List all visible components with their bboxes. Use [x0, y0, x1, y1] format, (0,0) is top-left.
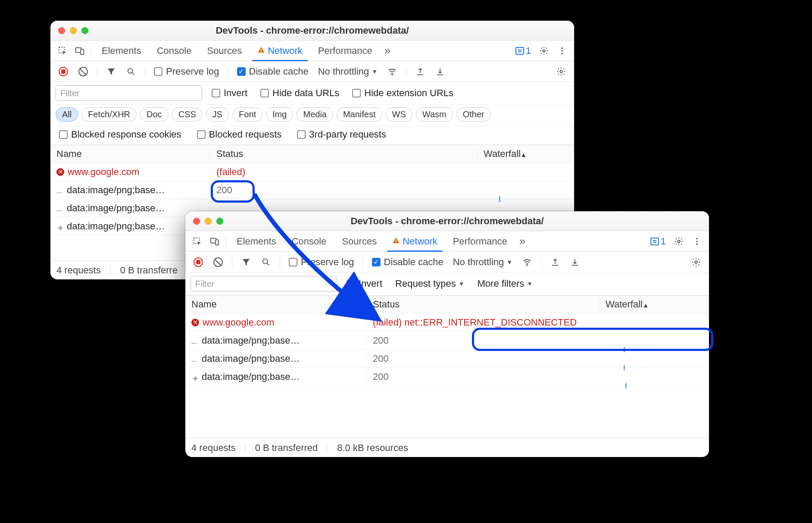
more-tabs-button[interactable]: » — [380, 44, 395, 57]
device-toolbar-icon[interactable] — [71, 42, 88, 60]
throttling-select[interactable]: No throttling▼ — [315, 66, 381, 77]
chip-font[interactable]: Font — [232, 107, 262, 122]
filter-input[interactable]: Filter — [191, 276, 337, 291]
column-status[interactable]: Status — [366, 299, 599, 310]
chip-manifest[interactable]: Manifest — [337, 107, 382, 122]
chip-js[interactable]: JS — [206, 107, 229, 122]
window-title: DevTools - chrome-error://chromewebdata/ — [185, 216, 709, 227]
clear-button[interactable] — [75, 63, 92, 80]
more-options-icon[interactable] — [688, 233, 706, 250]
table-row[interactable]: ✕www.google.com (failed) — [50, 163, 574, 181]
invert-checkbox[interactable]: Invert — [343, 278, 386, 289]
tab-network[interactable]: Network — [250, 41, 310, 61]
record-button[interactable] — [190, 254, 207, 271]
column-waterfall[interactable]: Waterfall▲ — [477, 148, 574, 160]
table-header: Name Status Waterfall▲ — [185, 295, 709, 313]
settings-icon[interactable] — [670, 233, 687, 250]
close-window-button[interactable] — [193, 218, 200, 225]
issues-badge[interactable]: 1 — [647, 236, 669, 247]
tab-performance[interactable]: Performance — [445, 231, 515, 251]
more-filters-select[interactable]: More filters ▼ — [474, 278, 537, 289]
table-row[interactable]: –data:image/png;base… 200 — [185, 332, 709, 350]
separator — [327, 443, 328, 453]
chip-other[interactable]: Other — [456, 107, 491, 122]
network-settings-icon[interactable] — [687, 254, 705, 271]
filter-row: Filter Invert Hide data URLs Hide extens… — [50, 82, 574, 105]
column-status[interactable]: Status — [210, 148, 477, 160]
inspect-element-icon[interactable] — [54, 42, 71, 60]
svg-point-10 — [392, 74, 393, 75]
tab-network[interactable]: Network — [384, 231, 445, 251]
separator — [363, 257, 363, 268]
tab-sources[interactable]: Sources — [199, 41, 250, 61]
zoom-window-button[interactable] — [216, 218, 223, 225]
warning-icon — [392, 236, 400, 247]
status-requests: 4 requests — [56, 265, 101, 276]
upload-har-icon[interactable] — [412, 63, 429, 80]
settings-icon[interactable] — [535, 42, 553, 60]
request-types-select[interactable]: Request types ▼ — [392, 278, 468, 289]
tab-elements[interactable]: Elements — [229, 231, 284, 251]
blocked-cookies-checkbox[interactable]: Blocked response cookies — [56, 129, 185, 140]
column-name[interactable]: Name — [50, 148, 210, 160]
chip-media[interactable]: Media — [297, 107, 333, 122]
tab-console[interactable]: Console — [284, 231, 334, 251]
table-row[interactable]: –data:image/png;base… 200 — [185, 350, 709, 368]
download-har-icon[interactable] — [566, 254, 584, 271]
table-row[interactable]: –data:image/png;base… 200 — [50, 181, 574, 199]
upload-har-icon[interactable] — [547, 254, 564, 271]
chip-ws[interactable]: WS — [386, 107, 412, 122]
chip-doc[interactable]: Doc — [140, 107, 169, 122]
hide-data-urls-checkbox[interactable]: Hide data URLs — [257, 88, 343, 99]
chip-all[interactable]: All — [56, 107, 78, 122]
close-window-button[interactable] — [58, 27, 65, 34]
inspect-element-icon[interactable] — [189, 233, 206, 250]
table-row[interactable]: ✦data:image/png;base… 200 — [185, 368, 709, 386]
device-toolbar-icon[interactable] — [206, 233, 223, 250]
more-tabs-button[interactable]: » — [515, 235, 530, 248]
disable-cache-checkbox[interactable]: Disable cache — [234, 66, 312, 77]
tab-label: Network — [403, 236, 437, 247]
minimize-window-button[interactable] — [70, 27, 77, 34]
throttling-select[interactable]: No throttling▼ — [450, 257, 516, 268]
more-options-icon[interactable] — [553, 42, 571, 60]
chip-img[interactable]: Img — [266, 107, 293, 122]
placeholder-text: Filter — [60, 88, 79, 98]
hide-extension-urls-checkbox[interactable]: Hide extension URLs — [349, 88, 457, 99]
tab-console[interactable]: Console — [149, 41, 200, 61]
invert-checkbox[interactable]: Invert — [208, 88, 251, 99]
issues-badge[interactable]: 1 — [512, 45, 534, 56]
minimize-window-button[interactable] — [205, 218, 212, 225]
chip-fetch-xhr[interactable]: Fetch/XHR — [81, 107, 137, 122]
tab-performance[interactable]: Performance — [310, 41, 380, 61]
tab-sources[interactable]: Sources — [334, 231, 384, 251]
clear-button[interactable] — [209, 254, 227, 271]
blocked-requests-checkbox[interactable]: Blocked requests — [194, 129, 285, 140]
column-name[interactable]: Name — [185, 299, 366, 310]
search-icon[interactable] — [257, 254, 275, 271]
search-icon[interactable] — [122, 63, 140, 80]
table-row[interactable]: ✕www.google.com (failed) net::ERR_INTERN… — [185, 313, 709, 332]
devtools-window-2: DevTools - chrome-error://chromewebdata/… — [185, 211, 709, 457]
tab-elements[interactable]: Elements — [94, 41, 149, 61]
filter-toggle-icon[interactable] — [237, 254, 255, 271]
disable-cache-checkbox[interactable]: Disable cache — [369, 257, 447, 268]
preserve-log-checkbox[interactable]: Preserve log — [285, 257, 358, 268]
column-waterfall[interactable]: Waterfall▲ — [599, 299, 709, 310]
network-conditions-icon[interactable] — [384, 63, 401, 80]
preserve-log-checkbox[interactable]: Preserve log — [150, 66, 223, 77]
network-toolbar: Preserve log Disable cache No throttling… — [50, 61, 574, 82]
record-button[interactable] — [55, 63, 72, 80]
filter-input[interactable]: Filter — [56, 85, 202, 101]
download-har-icon[interactable] — [431, 63, 449, 80]
chip-css[interactable]: CSS — [172, 107, 203, 122]
network-conditions-icon[interactable] — [518, 254, 536, 271]
status-requests: 4 requests — [191, 442, 236, 454]
third-party-checkbox[interactable]: 3rd-party requests — [294, 129, 390, 140]
checkbox-label: Invert — [359, 278, 382, 289]
chip-wasm[interactable]: Wasm — [416, 107, 453, 122]
filter-toggle-icon[interactable] — [103, 63, 120, 80]
checkbox-label: Disable cache — [249, 66, 309, 77]
network-settings-icon[interactable] — [553, 63, 570, 80]
zoom-window-button[interactable] — [81, 27, 88, 34]
